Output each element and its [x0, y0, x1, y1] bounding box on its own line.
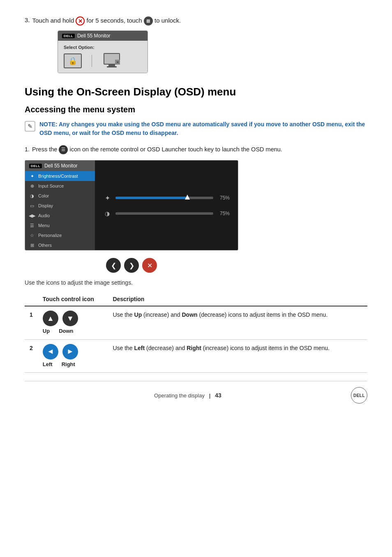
osd-menu-brightness[interactable]: ✦ Brightness/Contrast [25, 171, 95, 181]
contrast-slider-icon: ◑ [103, 210, 111, 217]
row2-num: 2 [25, 339, 38, 373]
osd-menu-color-label: Color [38, 193, 49, 198]
brightness-fill [115, 197, 189, 199]
control-table: Touch control icon Description 1 ▲ ▼ Up … [25, 292, 367, 373]
step3-text: Touch and hold ✕ for 5 seconds, touch ⊞ … [32, 16, 181, 26]
nav-exit-button[interactable]: ✕ [142, 258, 157, 273]
footer-page-number: 43 [215, 392, 221, 399]
row2-labels-row: Left Right [43, 360, 75, 369]
right-icon[interactable]: ► [62, 344, 78, 360]
osd-main-content: ✦ 75% ◑ 75% [95, 160, 238, 250]
svg-text:✎: ✎ [28, 123, 32, 130]
note-box: ✎ NOTE: Any changes you make using the O… [25, 120, 367, 137]
divider-unlock [92, 55, 92, 67]
left-icon[interactable]: ◄ [43, 344, 58, 360]
row1-icon-pair: ▲ ▼ Up Down [43, 311, 103, 335]
row2-icons: ◄ ► Left Right [38, 339, 108, 373]
up-bold: Up [134, 311, 142, 318]
brightness-slider-icon: ✦ [103, 194, 111, 202]
note-icon: ✎ [25, 121, 35, 137]
osd-sidebar: DELL Dell 55 Monitor ✦ Brightness/Contra… [25, 160, 95, 250]
osd-header: DELL Dell 55 Monitor [25, 160, 95, 171]
select-option-label: Select Option: [64, 45, 142, 50]
down-label: Down [59, 327, 73, 335]
row1-icons: ▲ ▼ Up Down [38, 306, 108, 339]
audio-icon: ◀▶ [29, 213, 35, 218]
up-icon[interactable]: ▲ [43, 311, 58, 326]
row2-desc: Use the Left (decrease) and Right (incre… [108, 339, 367, 373]
osd-title-text: Dell 55 Monitor [44, 163, 78, 169]
left-label: Left [43, 360, 53, 369]
osd-screenshot: DELL Dell 55 Monitor ✦ Brightness/Contra… [25, 160, 238, 273]
brightness-track [115, 197, 213, 199]
nav-buttons-row: ❮ ❯ ✕ [25, 258, 238, 273]
down-bold: Down [182, 311, 197, 318]
osd-menu-input[interactable]: ⊕ Input Source [25, 181, 95, 191]
main-title: Using the On-Screen Display (OSD) menu [25, 86, 367, 98]
table-row: 2 ◄ ► Left Right Use the Left (decrease)… [25, 339, 367, 373]
sub-title: Accessing the menu system [25, 105, 367, 114]
table-col-icon: Touch control icon [38, 292, 108, 306]
osd-menu-display-label: Display [38, 203, 53, 208]
x-icon: ✕ [76, 16, 85, 26]
menu-icon: ☰ [29, 223, 35, 228]
row1-labels-row: Up Down [43, 327, 74, 335]
row1-desc: Use the Up (increase) and Down (decrease… [108, 306, 367, 339]
down-icon[interactable]: ▼ [62, 311, 78, 326]
lock-icon-option: 🔒 [64, 53, 82, 68]
contrast-value: 75% [217, 211, 230, 216]
menu-icon-inline: ☰ [59, 145, 68, 154]
row1-icons-row: ▲ ▼ [43, 311, 78, 326]
osd-menu-others[interactable]: ⊞ Others [25, 240, 95, 250]
right-label: Right [62, 360, 75, 369]
right-bold: Right [187, 345, 201, 351]
row2-icon-pair: ◄ ► Left Right [43, 344, 103, 369]
osd-menu-menu[interactable]: ☰ Menu [25, 220, 95, 230]
contrast-track [115, 212, 213, 215]
dell-logo-footer: DELL [351, 387, 367, 404]
others-icon: ⊞ [29, 242, 35, 248]
step1-text: Press the ☰ icon on the remote control o… [32, 145, 282, 154]
osd-menu-audio-label: Audio [38, 213, 50, 218]
row1-num: 1 [25, 306, 38, 339]
grid-icon: ⊞ [144, 16, 153, 26]
table-col-num [25, 292, 38, 306]
contrast-slider-row: ◑ 75% [103, 210, 230, 217]
osd-menu-brightness-label: Brightness/Contrast [38, 174, 78, 179]
color-icon: ◑ [29, 193, 35, 199]
display-icon: ▭ [29, 203, 35, 209]
osd-menu-display[interactable]: ▭ Display [25, 201, 95, 211]
row2-icons-row: ◄ ► [43, 344, 78, 360]
osd-menu-personalize[interactable]: ☆ Personalize [25, 230, 95, 240]
dell-badge-osd: DELL [29, 164, 42, 168]
osd-menu-personalize-label: Personalize [38, 233, 62, 238]
osd-menu-audio[interactable]: ◀▶ Audio [25, 211, 95, 220]
brightness-value: 75% [217, 195, 230, 201]
brightness-slider-row: ✦ 75% [103, 194, 230, 202]
step1-number: 1. [25, 145, 30, 154]
osd-menu-others-label: Others [38, 243, 52, 248]
table-row: 1 ▲ ▼ Up Down Use the Up (increase) and … [25, 306, 367, 339]
note-text: NOTE: Any changes you make using the OSD… [39, 120, 367, 137]
nav-right-button[interactable]: ❯ [124, 258, 139, 273]
input-icon: ⊕ [29, 183, 35, 189]
unlock-dialog-title: Dell 55 Monitor [77, 33, 111, 39]
left-bold: Left [134, 345, 145, 351]
brightness-icon: ✦ [29, 173, 35, 179]
unlock-dialog-body: Select Option: 🔒 ✕ [58, 41, 148, 73]
footer-label: Operating the display | 43 [154, 392, 221, 399]
monitor-icon-option: ✕ [102, 53, 122, 69]
unlock-dialog-header: DELL Dell 55 Monitor [58, 31, 148, 41]
step3-line: 3. Touch and hold ✕ for 5 seconds, touch… [25, 16, 367, 26]
adjust-text: Use the icons to adjust the image settin… [25, 279, 367, 286]
contrast-fill [115, 212, 189, 215]
dell-badge-unlock: DELL [62, 34, 75, 38]
brightness-arrow [185, 195, 190, 200]
nav-left-button[interactable]: ❮ [106, 258, 121, 273]
unlock-dialog: DELL Dell 55 Monitor Select Option: 🔒 ✕ [58, 30, 148, 73]
osd-menu-menu-label: Menu [38, 223, 50, 228]
table-col-desc: Description [108, 292, 367, 306]
osd-menu-color[interactable]: ◑ Color [25, 191, 95, 201]
footer-bar: Operating the display | 43 DELL [25, 381, 367, 404]
personalize-icon: ☆ [29, 232, 35, 238]
